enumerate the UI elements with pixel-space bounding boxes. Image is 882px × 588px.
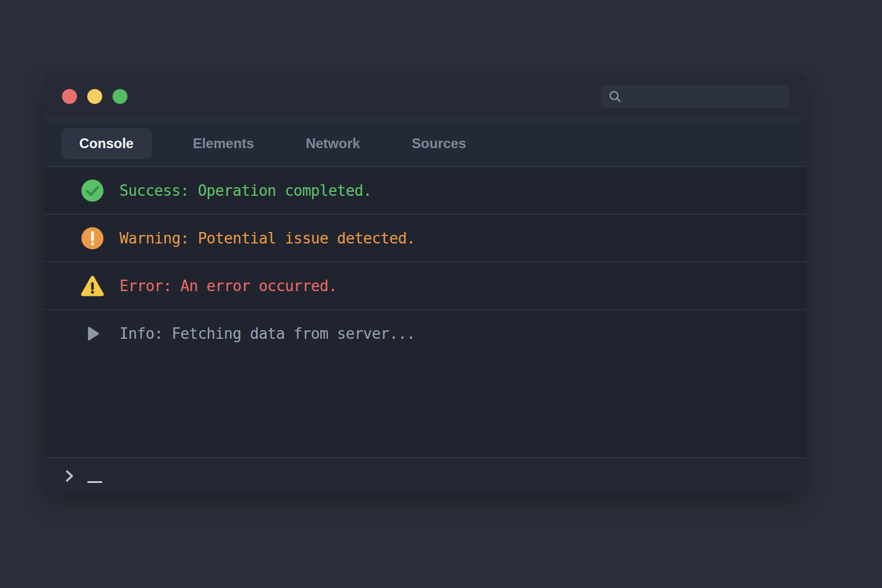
console-output: Success: Operation completed. Warning: P…	[44, 167, 806, 457]
prompt-chevron-icon	[61, 467, 78, 485]
tab-console[interactable]: Console	[61, 128, 152, 159]
log-row-success: Success: Operation completed.	[44, 167, 806, 215]
log-message: Info: Fetching data from server...	[119, 325, 415, 342]
exclamation-circle-icon	[80, 226, 105, 250]
log-row-warning: Warning: Potential issue detected.	[44, 215, 806, 262]
tab-bar: Console Elements Network Sources	[44, 121, 806, 167]
log-message: Success: Operation completed.	[119, 182, 372, 199]
tab-network[interactable]: Network	[295, 128, 370, 159]
check-circle-icon	[80, 179, 105, 203]
search-box[interactable]	[601, 85, 790, 108]
tab-elements[interactable]: Elements	[183, 128, 265, 159]
minimize-button[interactable]	[87, 89, 102, 104]
devtools-window: Console Elements Network Sources Success…	[44, 74, 806, 494]
close-button[interactable]	[62, 89, 77, 104]
log-message: Error: An error occurred.	[119, 277, 337, 295]
maximize-button[interactable]	[113, 89, 127, 104]
disclosure-play-icon[interactable]	[83, 322, 102, 346]
log-message: Warning: Potential issue detected.	[119, 230, 415, 247]
search-icon	[608, 89, 622, 104]
log-row-info: Info: Fetching data from server...	[44, 310, 806, 357]
tab-sources[interactable]: Sources	[401, 128, 477, 159]
log-row-error: Error: An error occurred.	[44, 262, 806, 310]
window-titlebar	[44, 74, 806, 121]
window-controls	[62, 89, 127, 104]
console-prompt[interactable]	[44, 457, 806, 494]
text-cursor	[87, 481, 102, 483]
search-input[interactable]	[627, 90, 783, 104]
warning-triangle-icon	[80, 274, 105, 298]
